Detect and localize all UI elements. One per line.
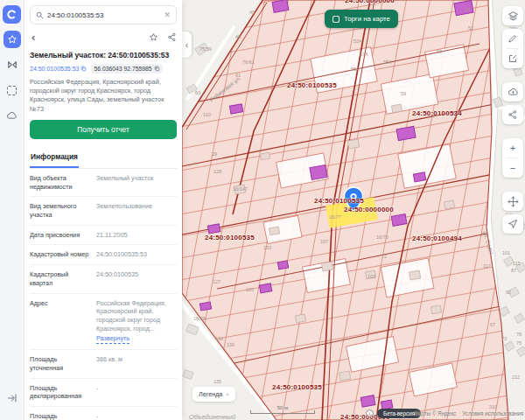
- info-row: Кадастровый номер24:50:0100535:53: [30, 245, 177, 265]
- object-chips: 24:50:0100535:53 56.036043 92.755985: [30, 64, 177, 74]
- info-row: АдресРоссийская Федерация, Красноярский …: [30, 294, 177, 351]
- info-row-label: Площадь: [30, 412, 91, 420]
- info-row-value: Российская Федерация, Красноярский край,…: [96, 299, 177, 345]
- login-icon: [7, 393, 18, 403]
- upload-button[interactable]: [502, 82, 523, 102]
- select-area-icon: [7, 86, 17, 95]
- copy-icon: [154, 66, 160, 72]
- object-panel: ✕ ‹ Земельный участок: 24:50:0100535:53 …: [24, 0, 182, 420]
- star-icon: [7, 34, 18, 45]
- favorite-object-button[interactable]: [149, 32, 158, 42]
- info-row: Площадь декларированная-: [30, 379, 177, 407]
- bowtie-icon: [7, 60, 18, 70]
- info-row-value: -: [96, 384, 177, 401]
- pan-mode-button[interactable]: [502, 192, 523, 211]
- share-object-button[interactable]: [167, 32, 177, 42]
- map-attribution: Карты © ЯндексУсловия использования: [415, 410, 525, 416]
- info-row-label: Вид земельного участка: [30, 202, 91, 219]
- info-row-value: 24:50:0100535: [96, 270, 177, 287]
- favorites-button[interactable]: [4, 31, 21, 48]
- search-input[interactable]: [47, 11, 160, 19]
- info-row-label: Дата присвоения: [30, 231, 91, 240]
- info-icon[interactable]: i: [366, 410, 374, 417]
- info-row: Кадастровый квартал24:50:0100535: [30, 265, 177, 293]
- tabs: Информация: [30, 147, 177, 169]
- expand-address-link[interactable]: Развернуть: [96, 334, 130, 344]
- info-row: Дата присвоения21.11.2005: [30, 226, 177, 246]
- coords-chip[interactable]: 56.036043 92.755985: [91, 64, 162, 74]
- map-canvas[interactable]: ‹ 24:50:000000024:50:010053524:50:010053…: [182, 0, 525, 420]
- copy-icon: [80, 66, 87, 72]
- clear-search-icon[interactable]: ✕: [164, 11, 171, 19]
- chevron-up-icon: ˄: [226, 392, 229, 397]
- info-row-value: Земельный участок: [96, 174, 177, 191]
- sidebar: [0, 0, 24, 420]
- layers-icon: [508, 10, 519, 22]
- object-actions: ‹: [30, 27, 177, 46]
- info-row-value: 21.11.2005: [96, 231, 177, 240]
- tab-information[interactable]: Информация: [30, 152, 79, 168]
- share-icon: [167, 32, 177, 42]
- legend-button[interactable]: Легенда ˄: [192, 387, 235, 402]
- cloud-upload-icon: [508, 87, 519, 98]
- draw-button[interactable]: [502, 29, 523, 48]
- cloud-button[interactable]: [4, 107, 21, 124]
- info-row-label: Кадастровый квартал: [30, 270, 91, 287]
- pencil-icon: [508, 33, 518, 44]
- object-title: Земельный участок: 24:50:0100535:53: [30, 51, 177, 60]
- edit-object-button[interactable]: [502, 49, 523, 68]
- info-row-label: Вид объекта недвижимости: [30, 174, 91, 191]
- place-label: Объединенный: [189, 413, 235, 420]
- attribution-terms[interactable]: Условия использования: [462, 410, 523, 416]
- zoom-in-button[interactable]: +: [502, 138, 523, 158]
- collapse-panel-button[interactable]: ‹: [182, 32, 192, 58]
- info-row-value: -: [96, 412, 177, 420]
- object-address: Российская Федерация, Красноярский край,…: [30, 78, 177, 114]
- login-button[interactable]: [4, 389, 21, 407]
- info-row: Вид объекта недвижимостиЗемельный участо…: [30, 169, 177, 197]
- star-icon: [149, 32, 158, 42]
- info-row-value: 24:50:0100535:53: [96, 250, 177, 259]
- back-button[interactable]: ‹: [30, 32, 37, 43]
- edit-square-icon: [508, 53, 518, 64]
- zoom-out-button[interactable]: −: [502, 158, 523, 178]
- info-rows: Вид объекта недвижимостиЗемельный участо…: [30, 169, 177, 420]
- info-row-value: Землепользование: [96, 202, 177, 219]
- info-row-value: 386 кв. м: [96, 355, 177, 372]
- info-row: Площадь уточненная386 кв. м: [30, 350, 177, 378]
- logo-icon: [6, 9, 18, 20]
- select-area-button[interactable]: [4, 81, 21, 99]
- info-row-label: Кадастровый номер: [30, 250, 91, 259]
- cad-number-chip[interactable]: 24:50:0100535:53: [30, 66, 87, 72]
- navigate-icon: [508, 219, 518, 229]
- info-row: Вид земельного участкаЗемлепользование: [30, 197, 177, 225]
- move-icon: [508, 196, 519, 207]
- get-report-button[interactable]: Получить отчет: [30, 120, 177, 139]
- share-map-button[interactable]: [502, 105, 523, 124]
- share-icon: [508, 109, 518, 120]
- search-icon: [36, 11, 44, 19]
- layers-button[interactable]: [502, 6, 523, 25]
- cloud-icon: [6, 110, 18, 122]
- app-logo[interactable]: [3, 5, 21, 24]
- scale-bar: 50 м: [250, 405, 315, 414]
- info-row-label: Площадь декларированная: [30, 384, 91, 401]
- info-row-label: Адрес: [30, 299, 91, 345]
- map-controls: + −: [502, 6, 523, 234]
- info-row-label: Площадь уточненная: [30, 355, 91, 372]
- locate-button[interactable]: [502, 214, 523, 234]
- measure-button[interactable]: [4, 56, 21, 74]
- attribution-maps[interactable]: Карты © Яндекс: [415, 410, 456, 416]
- map-art: [182, 0, 525, 420]
- auctions-on-map-button[interactable]: Торги на карте: [325, 10, 398, 28]
- search-box: ✕: [30, 5, 177, 24]
- info-row: Площадь-: [30, 407, 177, 420]
- checkbox-icon: [332, 16, 340, 23]
